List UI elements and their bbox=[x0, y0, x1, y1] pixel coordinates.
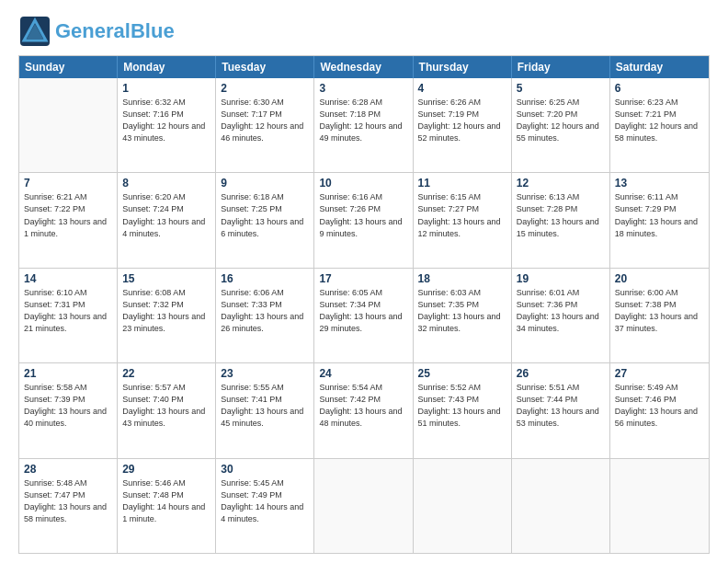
cal-cell: 14Sunrise: 6:10 AMSunset: 7:31 PMDayligh… bbox=[19, 269, 118, 362]
cal-cell bbox=[610, 459, 709, 553]
cal-cell: 28Sunrise: 5:48 AMSunset: 7:47 PMDayligh… bbox=[19, 459, 118, 553]
calendar: SundayMondayTuesdayWednesdayThursdayFrid… bbox=[18, 55, 710, 554]
cell-text: Sunrise: 6:21 AMSunset: 7:22 PMDaylight:… bbox=[24, 191, 112, 239]
day-number: 11 bbox=[418, 177, 506, 190]
cal-cell: 2Sunrise: 6:30 AMSunset: 7:17 PMDaylight… bbox=[216, 78, 314, 172]
logo-text: GeneralBlue bbox=[55, 20, 175, 42]
cell-text: Sunrise: 6:05 AMSunset: 7:34 PMDaylight:… bbox=[319, 287, 407, 335]
header-cell-saturday: Saturday bbox=[610, 56, 709, 78]
day-number: 3 bbox=[319, 82, 407, 95]
cell-text: Sunrise: 6:28 AMSunset: 7:18 PMDaylight:… bbox=[319, 97, 407, 144]
cell-text: Sunrise: 5:48 AMSunset: 7:47 PMDaylight:… bbox=[24, 477, 112, 525]
cell-text: Sunrise: 6:15 AMSunset: 7:27 PMDaylight:… bbox=[418, 191, 506, 239]
cal-cell: 9Sunrise: 6:18 AMSunset: 7:25 PMDaylight… bbox=[216, 173, 314, 267]
cell-text: Sunrise: 5:52 AMSunset: 7:43 PMDaylight:… bbox=[418, 382, 506, 430]
day-number: 18 bbox=[418, 272, 506, 285]
day-number: 19 bbox=[517, 272, 605, 285]
week-row-2: 7Sunrise: 6:21 AMSunset: 7:22 PMDaylight… bbox=[19, 173, 709, 268]
day-number: 1 bbox=[122, 82, 210, 95]
cal-cell: 20Sunrise: 6:00 AMSunset: 7:38 PMDayligh… bbox=[610, 269, 709, 362]
day-number: 9 bbox=[221, 177, 309, 190]
day-number: 4 bbox=[418, 82, 506, 95]
logo-icon bbox=[18, 15, 51, 48]
calendar-header-row: SundayMondayTuesdayWednesdayThursdayFrid… bbox=[19, 56, 709, 78]
day-number: 10 bbox=[319, 177, 407, 190]
cell-text: Sunrise: 6:00 AMSunset: 7:38 PMDaylight:… bbox=[615, 287, 704, 335]
cal-cell: 16Sunrise: 6:06 AMSunset: 7:33 PMDayligh… bbox=[216, 269, 314, 362]
day-number: 8 bbox=[122, 177, 210, 190]
day-number: 14 bbox=[24, 272, 112, 285]
cal-cell: 19Sunrise: 6:01 AMSunset: 7:36 PMDayligh… bbox=[512, 269, 610, 362]
header-cell-sunday: Sunday bbox=[19, 56, 118, 78]
cal-cell: 5Sunrise: 6:25 AMSunset: 7:20 PMDaylight… bbox=[512, 78, 610, 172]
cell-text: Sunrise: 5:49 AMSunset: 7:46 PMDaylight:… bbox=[615, 382, 704, 430]
cal-cell: 10Sunrise: 6:16 AMSunset: 7:26 PMDayligh… bbox=[314, 173, 413, 267]
cal-cell: 4Sunrise: 6:26 AMSunset: 7:19 PMDaylight… bbox=[414, 78, 512, 172]
cell-text: Sunrise: 6:01 AMSunset: 7:36 PMDaylight:… bbox=[517, 287, 605, 335]
cell-text: Sunrise: 6:30 AMSunset: 7:17 PMDaylight:… bbox=[221, 97, 309, 144]
cell-text: Sunrise: 6:11 AMSunset: 7:29 PMDaylight:… bbox=[615, 191, 704, 239]
cal-cell: 22Sunrise: 5:57 AMSunset: 7:40 PMDayligh… bbox=[118, 363, 216, 457]
cell-text: Sunrise: 5:46 AMSunset: 7:48 PMDaylight:… bbox=[122, 477, 210, 525]
cal-cell: 3Sunrise: 6:28 AMSunset: 7:18 PMDaylight… bbox=[314, 78, 413, 172]
cal-cell: 25Sunrise: 5:52 AMSunset: 7:43 PMDayligh… bbox=[414, 363, 512, 457]
cal-cell: 8Sunrise: 6:20 AMSunset: 7:24 PMDaylight… bbox=[118, 173, 216, 267]
cell-text: Sunrise: 5:54 AMSunset: 7:42 PMDaylight:… bbox=[319, 382, 407, 430]
day-number: 13 bbox=[615, 177, 704, 190]
week-row-3: 14Sunrise: 6:10 AMSunset: 7:31 PMDayligh… bbox=[19, 269, 709, 363]
calendar-body: 1Sunrise: 6:32 AMSunset: 7:16 PMDaylight… bbox=[19, 78, 709, 553]
day-number: 12 bbox=[517, 177, 605, 190]
cell-text: Sunrise: 6:32 AMSunset: 7:16 PMDaylight:… bbox=[122, 97, 210, 144]
day-number: 16 bbox=[221, 272, 309, 285]
header-cell-monday: Monday bbox=[118, 56, 216, 78]
cell-text: Sunrise: 5:57 AMSunset: 7:40 PMDaylight:… bbox=[122, 382, 210, 430]
cal-cell: 12Sunrise: 6:13 AMSunset: 7:28 PMDayligh… bbox=[512, 173, 610, 267]
cell-text: Sunrise: 5:55 AMSunset: 7:41 PMDaylight:… bbox=[221, 382, 309, 430]
day-number: 22 bbox=[122, 367, 210, 380]
cal-cell: 23Sunrise: 5:55 AMSunset: 7:41 PMDayligh… bbox=[216, 363, 314, 457]
page: GeneralBlue SundayMondayTuesdayWednesday… bbox=[0, 0, 728, 563]
cal-cell: 21Sunrise: 5:58 AMSunset: 7:39 PMDayligh… bbox=[19, 363, 118, 457]
header-cell-thursday: Thursday bbox=[414, 56, 512, 78]
cell-text: Sunrise: 6:20 AMSunset: 7:24 PMDaylight:… bbox=[122, 191, 210, 239]
cal-cell: 17Sunrise: 6:05 AMSunset: 7:34 PMDayligh… bbox=[314, 269, 413, 362]
cell-text: Sunrise: 6:18 AMSunset: 7:25 PMDaylight:… bbox=[221, 191, 309, 239]
cell-text: Sunrise: 6:06 AMSunset: 7:33 PMDaylight:… bbox=[221, 287, 309, 335]
header: GeneralBlue bbox=[18, 15, 710, 48]
cal-cell: 27Sunrise: 5:49 AMSunset: 7:46 PMDayligh… bbox=[610, 363, 709, 457]
cal-cell: 11Sunrise: 6:15 AMSunset: 7:27 PMDayligh… bbox=[414, 173, 512, 267]
header-cell-wednesday: Wednesday bbox=[314, 56, 413, 78]
day-number: 26 bbox=[517, 367, 605, 380]
logo: GeneralBlue bbox=[18, 15, 175, 48]
day-number: 25 bbox=[418, 367, 506, 380]
cell-text: Sunrise: 6:23 AMSunset: 7:21 PMDaylight:… bbox=[615, 97, 704, 144]
day-number: 29 bbox=[122, 463, 210, 476]
cal-cell: 7Sunrise: 6:21 AMSunset: 7:22 PMDaylight… bbox=[19, 173, 118, 267]
header-cell-friday: Friday bbox=[512, 56, 610, 78]
week-row-5: 28Sunrise: 5:48 AMSunset: 7:47 PMDayligh… bbox=[19, 459, 709, 553]
cell-text: Sunrise: 5:51 AMSunset: 7:44 PMDaylight:… bbox=[517, 382, 605, 430]
day-number: 21 bbox=[24, 367, 112, 380]
day-number: 30 bbox=[221, 463, 309, 476]
cal-cell bbox=[512, 459, 610, 553]
cal-cell: 24Sunrise: 5:54 AMSunset: 7:42 PMDayligh… bbox=[314, 363, 413, 457]
day-number: 2 bbox=[221, 82, 309, 95]
cal-cell: 18Sunrise: 6:03 AMSunset: 7:35 PMDayligh… bbox=[414, 269, 512, 362]
cell-text: Sunrise: 5:45 AMSunset: 7:49 PMDaylight:… bbox=[221, 477, 309, 525]
header-cell-tuesday: Tuesday bbox=[216, 56, 314, 78]
cal-cell: 15Sunrise: 6:08 AMSunset: 7:32 PMDayligh… bbox=[118, 269, 216, 362]
cell-text: Sunrise: 6:08 AMSunset: 7:32 PMDaylight:… bbox=[122, 287, 210, 335]
day-number: 6 bbox=[615, 82, 704, 95]
week-row-1: 1Sunrise: 6:32 AMSunset: 7:16 PMDaylight… bbox=[19, 78, 709, 173]
cal-cell bbox=[19, 78, 118, 172]
cell-text: Sunrise: 6:03 AMSunset: 7:35 PMDaylight:… bbox=[418, 287, 506, 335]
cal-cell: 26Sunrise: 5:51 AMSunset: 7:44 PMDayligh… bbox=[512, 363, 610, 457]
cal-cell: 1Sunrise: 6:32 AMSunset: 7:16 PMDaylight… bbox=[118, 78, 216, 172]
day-number: 28 bbox=[24, 463, 112, 476]
cal-cell: 29Sunrise: 5:46 AMSunset: 7:48 PMDayligh… bbox=[118, 459, 216, 553]
cal-cell: 30Sunrise: 5:45 AMSunset: 7:49 PMDayligh… bbox=[216, 459, 314, 553]
cal-cell bbox=[314, 459, 413, 553]
day-number: 24 bbox=[319, 367, 407, 380]
day-number: 20 bbox=[615, 272, 704, 285]
cell-text: Sunrise: 5:58 AMSunset: 7:39 PMDaylight:… bbox=[24, 382, 112, 430]
